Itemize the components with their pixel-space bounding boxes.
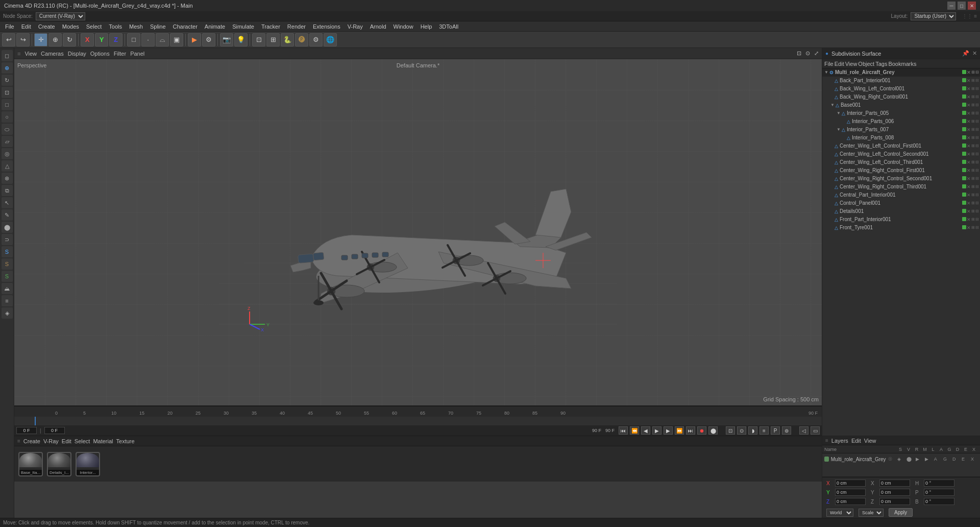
tb-axis-x[interactable]: X: [81, 33, 94, 46]
vt-display[interactable]: Display: [68, 51, 86, 57]
layer-l-main[interactable]: ▶: [925, 457, 932, 462]
om-pin[interactable]: 📌: [962, 50, 969, 57]
window-controls[interactable]: ─ □ ✕: [947, 2, 976, 10]
ls-null[interactable]: ⊗: [2, 173, 13, 184]
om-menu-view[interactable]: View: [845, 61, 857, 67]
mat-material[interactable]: Material: [93, 438, 113, 444]
vt-filter[interactable]: Filter: [114, 51, 126, 57]
om-row-ip8[interactable]: ▶ △ Interior_Parts_008 ✕ ⊞ ⊟: [822, 134, 980, 142]
om-vis-cpi[interactable]: [962, 193, 966, 197]
tb-light[interactable]: 💡: [234, 33, 248, 46]
om-row-ip6[interactable]: ▶ △ Interior_Parts_006 ✕ ⊞ ⊟: [822, 117, 980, 126]
om-row-det[interactable]: ▶ △ Details001 ✕ ⊞ ⊟: [822, 207, 980, 215]
om-row-fpi[interactable]: ▶ △ Front_Part_Interior001 ✕ ⊞ ⊟: [822, 215, 980, 224]
lp-menu-layers[interactable]: Layers: [831, 438, 848, 444]
pb-key-sel[interactable]: ⊙: [737, 426, 746, 435]
vt-frame-sel[interactable]: ⊙: [805, 50, 810, 57]
pb-prev-sel[interactable]: ◁: [799, 426, 808, 435]
tb-settings[interactable]: ⚙: [309, 33, 323, 46]
coord-h-rot[interactable]: [924, 480, 954, 487]
tb-py2[interactable]: 🅟: [295, 33, 308, 46]
om-vis-cwrf[interactable]: [962, 168, 966, 172]
coord-b-rot[interactable]: [924, 498, 954, 505]
menu-edit[interactable]: Edit: [18, 22, 34, 31]
pb-next-sel[interactable]: ▭: [811, 426, 820, 435]
om-vis-ip6[interactable]: [962, 119, 966, 123]
om-vis-cwlt[interactable]: [962, 160, 966, 164]
layer-e-main[interactable]: E: [962, 457, 969, 462]
material-details[interactable]: Details_I...: [47, 452, 71, 476]
coord-x-pos[interactable]: [835, 480, 866, 487]
om-row-base[interactable]: ▼ △ Base001 ✕ ⊞ ⊟: [822, 101, 980, 109]
layout-select[interactable]: Startup (User): [911, 12, 956, 20]
vt-options[interactable]: Options: [90, 51, 110, 57]
om-row-cwls[interactable]: ▶ △ Center_Wing_Left_Control_Second001 ✕…: [822, 150, 980, 158]
menu-modes[interactable]: Modes: [59, 22, 82, 31]
menu-character[interactable]: Character: [170, 22, 201, 31]
frame-current-input[interactable]: [44, 427, 65, 434]
pb-prev-frame[interactable]: ◀: [641, 426, 650, 435]
tb-render[interactable]: ▶: [188, 33, 201, 46]
tb-snap[interactable]: ⊡: [252, 33, 265, 46]
pb-play[interactable]: ▶: [652, 426, 662, 435]
layer-s-main[interactable]: ☉: [888, 457, 895, 462]
om-row-cwrs[interactable]: ▶ △ Center_Wing_Right_Control_Second001 …: [822, 175, 980, 183]
om-vis-ft[interactable]: [962, 225, 966, 229]
om-vis-ip8[interactable]: [962, 135, 966, 139]
pb-go-start[interactable]: ⏮: [619, 426, 628, 435]
pb-go-end[interactable]: ⏭: [686, 426, 695, 435]
ls-move[interactable]: ⊕: [2, 62, 13, 74]
om-vis-base[interactable]: [962, 103, 966, 107]
material-interior[interactable]: Interior...: [76, 452, 100, 476]
tb-obj-mode[interactable]: □: [127, 33, 140, 46]
lp-menu-view[interactable]: View: [864, 438, 876, 444]
coord-y-pos[interactable]: [835, 489, 866, 496]
layer-row-main[interactable]: Multi_role_Aircraft_Grey ☉ ◈ ⬤ ▶ ▶ A G D…: [824, 454, 978, 464]
tb-py[interactable]: 🐍: [281, 33, 294, 46]
layer-g-main[interactable]: G: [943, 457, 950, 462]
pb-next-frame[interactable]: ▶: [664, 426, 673, 435]
vt-cameras[interactable]: Cameras: [41, 51, 64, 57]
nodespace-select[interactable]: Current (V-Ray): [36, 12, 85, 20]
close-button[interactable]: ✕: [968, 2, 976, 10]
om-vis-cwrs[interactable]: [962, 176, 966, 180]
timeline-cursor[interactable]: [35, 417, 36, 425]
ls-sym3[interactable]: S: [2, 271, 13, 282]
ls-layers2[interactable]: ≡: [2, 295, 13, 306]
vt-view[interactable]: View: [24, 51, 37, 57]
om-row-ip7[interactable]: ▼ △ Interior_Parts_007 ✕ ⊞ ⊟: [822, 126, 980, 134]
om-vis-bp[interactable]: [962, 78, 966, 82]
om-menu-bookmarks[interactable]: Bookmarks: [888, 61, 916, 67]
tb-axis-y[interactable]: Y: [95, 33, 108, 46]
menu-mesh[interactable]: Mesh: [126, 22, 146, 31]
om-vis-ip5[interactable]: [962, 111, 966, 115]
menu-3dtoall[interactable]: 3DToAll: [436, 22, 461, 31]
menu-spline[interactable]: Spline: [147, 22, 169, 31]
om-close[interactable]: ✕: [972, 50, 977, 57]
mat-create[interactable]: Create: [23, 438, 40, 444]
om-row-cwlt[interactable]: ▶ △ Center_Wing_Left_Control_Third001 ✕ …: [822, 158, 980, 166]
om-row-cpi[interactable]: ▶ △ Central_Part_Interior001 ✕ ⊞ ⊟: [822, 191, 980, 199]
material-base[interactable]: Base_Ita...: [18, 452, 43, 476]
scale-select[interactable]: Scale Size: [859, 509, 884, 517]
ls-sym[interactable]: S: [2, 246, 13, 257]
om-vis-cwrt[interactable]: [962, 184, 966, 188]
pb-prev-key[interactable]: ⏪: [630, 426, 639, 435]
apply-button[interactable]: Apply: [889, 508, 913, 517]
om-row-bwr[interactable]: ▶ △ Back_Wing_Right_Control001 ✕ ⊞ ⊟: [822, 93, 980, 101]
ls-rotate[interactable]: ↻: [2, 75, 13, 86]
pb-motion[interactable]: ⊚: [782, 426, 791, 435]
ls-select[interactable]: ◻: [2, 50, 13, 61]
tb-point-mode[interactable]: ·: [141, 33, 155, 46]
ls-paint[interactable]: ⬤: [2, 222, 13, 233]
ls-mat2[interactable]: ◈: [2, 307, 13, 319]
mat-select[interactable]: Select: [75, 438, 90, 444]
om-vis-cp[interactable]: [962, 201, 966, 205]
om-row-cp[interactable]: ▶ △ Control_Panel001 ✕ ⊞ ⊟: [822, 199, 980, 207]
ls-pen[interactable]: ✎: [2, 209, 13, 221]
om-vis-ip7[interactable]: [962, 127, 966, 131]
layer-d-main[interactable]: D: [952, 457, 960, 462]
menu-window[interactable]: Window: [390, 22, 416, 31]
pb-options[interactable]: P: [771, 426, 780, 435]
pb-auto-key[interactable]: ⬤: [708, 426, 718, 435]
